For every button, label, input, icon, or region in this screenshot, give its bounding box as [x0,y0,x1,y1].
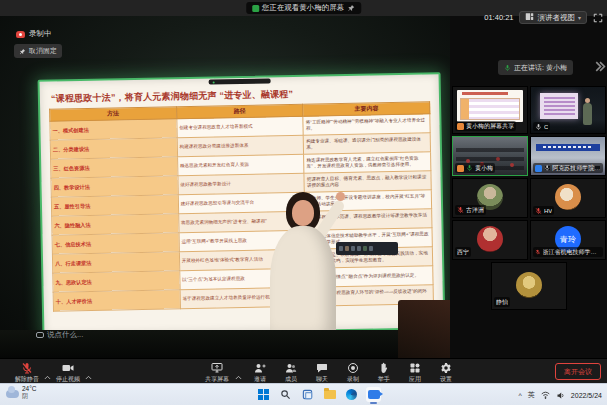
stop-video-button[interactable]: 停止视频 [55,362,81,384]
file-explorer-button[interactable] [322,387,337,402]
chat-bubble-icon [36,332,44,338]
mic-muted-icon [535,207,542,215]
slide-table-cell: 五、显性引导法 [51,195,178,216]
top-right-controls: 01:40:21 演讲者视图 ▾ [484,11,603,24]
windows-logo-icon [258,389,269,400]
recording-indicator: 录制中 [16,29,52,39]
unmute-button[interactable]: 解除静音 [14,362,40,384]
participant-label: 静怡 [494,297,510,307]
weather-temperature: 24°C [22,386,37,393]
participant-label: 阿克苏技师学院手机 [533,163,603,173]
participant-label: C [533,122,550,131]
chat-icon [316,362,328,374]
participant-name: C [544,124,548,130]
participant-tile-avatar[interactable]: 青玲 浙江省机电技师学院 胡青玲 [530,220,606,260]
meeting-timer: 01:40:21 [484,13,513,22]
tray-expand-chevron[interactable]: ^ [519,392,522,399]
weather-description: 阴 [22,393,37,399]
participant-label: HV [533,206,554,215]
collapse-sidebar-icon[interactable] [593,60,606,73]
settings-button[interactable]: 设置 [433,362,459,384]
mic-muted-icon [21,362,33,374]
video-options-chevron[interactable] [85,366,92,384]
unpin-label: 取消固定 [29,46,57,56]
main-video: “课程思政十法”，将育人元素润物细无声 “进专业、融课程” 方法路径主要内容一、… [0,16,450,358]
start-button[interactable] [256,387,271,402]
ime-indicator[interactable]: 英 [528,390,535,400]
leave-meeting-button[interactable]: 离开会议 [555,363,601,380]
participant-name: 浙江省机电技师学院 胡青玲 [543,248,601,257]
participant-tile-avatar[interactable]: 静怡 [491,262,567,310]
mic-on-icon [466,164,473,172]
presenter-body [270,226,336,342]
chat-button[interactable]: 聊天 [309,362,335,384]
slide-table-cell: 将“工匠精神”“劳动精神”“劳模精神”等融入专业人才培养全过程。 [303,114,430,135]
mic-muted-icon [535,248,541,256]
participant-tile-avatar[interactable]: 古洋洲 [452,178,528,218]
edge-browser-icon [346,389,357,400]
layout-icon [525,12,534,23]
participant-tile-video[interactable]: 阿克苏技师学院手机 [530,136,606,176]
avatar [555,184,581,210]
slide-table-cell: 构建课程思政分类建设推进新体系 [177,135,304,156]
task-view-icon [302,389,313,400]
apps-grid-icon [409,362,421,374]
taskbar-date[interactable]: 2022/5/24 [571,392,602,399]
apps-button[interactable]: 应用 [402,362,428,384]
participant-label: 古洋洲 [455,205,486,215]
raise-hand-icon [378,362,390,374]
participant-name: 古洋洲 [466,206,484,215]
mic-options-chevron[interactable] [44,366,51,384]
wifi-icon[interactable] [541,391,550,399]
lectern [398,300,450,358]
toolbar-center-group: 共享屏幕 邀请 成员 聊天 录制 举手 [204,362,459,384]
participant-name: 西宁 [457,248,469,257]
meeting-window: 您正在观看黄小梅的屏幕 01:40:21 演讲者视图 ▾ “课程思政十法”，将育… [0,0,607,405]
participant-tile-avatar[interactable]: 西宁 [452,220,528,260]
slide-table-cell: 六、隐性融入法 [52,214,179,235]
volume-icon[interactable] [556,391,565,400]
view-mode-button[interactable]: 演讲者视图 ▾ [519,11,587,24]
folder-icon [324,390,336,399]
slide-table-cell: 三、红色资源法 [51,157,178,178]
record-button[interactable]: 录制 [340,362,366,384]
mic-icon [504,64,511,72]
slide-table-cell: 二、分类建设法 [50,138,177,159]
participant-tile-avatar[interactable]: HV [530,178,606,218]
participant-name: 阿克苏技师学院手机 [552,164,601,173]
unpin-button[interactable]: 取消固定 [14,44,62,58]
slide-table-cell: 创建专业课程思政育人才培养新模式 [176,116,303,137]
fullscreen-button[interactable] [593,13,603,23]
presenter-badge-icon [457,165,464,172]
recording-icon [16,31,25,38]
slide-table-cell: 精选课程思政教学育人元素，建立红色案例库“红色资源库”，开发课程思政育人资源，供… [304,152,431,173]
shared-screen-thumbnail [457,90,523,122]
slide-table: 方法路径主要内容一、模式创建法创建专业课程思政育人才培养新模式将“工匠精神”“劳… [49,101,434,311]
share-options-chevron[interactable] [235,366,242,384]
windows-taskbar: 24°C 阴 ^ 英 2022/5/24 [0,383,607,405]
pin-icon [19,48,26,55]
raise-hand-button[interactable]: 举手 [371,362,397,384]
meeting-toolbar: 解除静音 停止视频 共享屏幕 邀请 成员 [0,358,607,383]
share-screen-button[interactable]: 共享屏幕 [204,362,230,384]
members-button[interactable]: 成员 [278,362,304,384]
task-view-button[interactable] [300,387,315,402]
meeting-app-button[interactable] [366,387,381,402]
participant-tile-screen-share[interactable]: 黄小梅的屏幕共享 [452,86,528,134]
participant-tile-video[interactable]: C [530,86,606,134]
mic-muted-icon [457,206,464,214]
avatar-initials: 青玲 [560,234,576,245]
presenter-badge-icon [457,123,464,130]
pin-icon[interactable] [347,4,355,12]
participant-label: 浙江省机电技师学院 胡青玲 [533,247,603,257]
speaking-indicator: 正在讲话: 黄小梅 [498,60,573,75]
weather-widget[interactable]: 24°C 阴 [6,386,37,399]
invite-button[interactable]: 邀请 [247,362,273,384]
comment-input-hint[interactable]: 说点什么... [36,330,83,340]
edge-button[interactable] [344,387,359,402]
participant-tile-video[interactable]: 黄小梅 [452,136,528,176]
watching-banner-text: 您正在观看黄小梅的屏幕 [262,3,345,13]
search-button[interactable] [278,387,293,402]
slide-table-cell: 八、行走课堂法 [52,252,179,273]
presenter-hand [336,192,345,201]
